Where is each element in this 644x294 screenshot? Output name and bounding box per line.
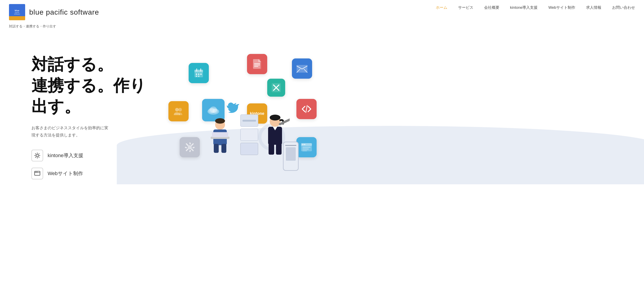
svg-point-41 [215,118,225,124]
kintone-link-label: kintone導入支援 [48,152,83,159]
svg-rect-37 [302,147,310,148]
brand-name: blue pacific software [29,8,99,17]
svg-rect-39 [302,150,307,151]
phone-mockup [283,142,299,171]
nav-home[interactable]: ホーム [436,5,447,10]
svg-rect-38 [302,149,309,149]
svg-rect-11 [198,74,200,75]
logo-area: blue pacific software blue pacific softw… [9,4,99,20]
browser-icon [296,137,316,157]
calendar-icon [188,63,209,83]
hero-description: お客さまのビジネススタイルを効率的に実 現する方法を提供します。 [32,124,112,139]
nav-about[interactable]: 会社概要 [484,5,500,10]
hero-links: kintone導入支援 Webサイト制作 [32,150,162,179]
nav-web[interactable]: Webサイト制作 [548,5,575,10]
web-link-icon [32,168,43,179]
svg-rect-50 [268,143,274,155]
code-icon [296,99,316,119]
hero-section: 対話する。 連携する。作り出す。 お客さまのビジネススタイルを効率的に実 現する… [0,36,644,193]
nav-kintone[interactable]: kintone導入支援 [510,5,538,10]
hero-link-web[interactable]: Webサイト制作 [32,168,162,179]
svg-point-36 [304,144,306,145]
hero-illustration: kintone [162,50,635,184]
svg-point-5 [37,171,38,172]
kintone-link-icon [32,150,43,161]
hero-title: 対話する。 連携する。作り出す。 [32,54,162,117]
svg-rect-46 [212,132,228,137]
svg-rect-14 [198,76,200,77]
svg-rect-44 [222,144,226,153]
svg-point-0 [36,154,38,157]
svg-rect-13 [196,76,197,77]
svg-point-3 [35,171,36,172]
gear-large-icon [180,137,200,157]
tagline: 対話する・連携する・作り出す [9,24,56,29]
web-link-label: Webサイト制作 [48,170,83,177]
svg-rect-7 [194,70,203,72]
team-icon [168,101,188,121]
logo-icon: blue pacific software [9,4,25,20]
hero-link-kintone[interactable]: kintone導入支援 [32,150,162,161]
main-nav: ホーム サービス 会社概要 kintone導入支援 Webサイト制作 求人情報 … [436,5,635,10]
svg-rect-12 [200,74,202,75]
stacked-blocks [240,114,258,155]
svg-line-31 [306,105,307,113]
document-icon [247,54,267,74]
svg-point-26 [178,108,182,112]
nav-recruit[interactable]: 求人情報 [586,5,601,10]
svg-point-30 [210,107,217,113]
svg-point-48 [270,115,280,120]
svg-rect-43 [214,144,219,153]
person-developer [206,112,234,157]
svg-point-35 [302,144,304,145]
email-icon [292,59,312,79]
excel-icon [267,79,285,97]
nav-services[interactable]: サービス [458,5,473,10]
nav-contact[interactable]: お問い合わせ [612,5,635,10]
svg-point-25 [175,108,179,112]
svg-point-4 [36,171,36,172]
hero-content: 対話する。 連携する。作り出す。 お客さまのビジネススタイルを効率的に実 現する… [32,50,162,179]
svg-rect-51 [276,143,282,155]
header: blue pacific software blue pacific softw… [0,0,644,36]
svg-rect-10 [196,74,197,75]
